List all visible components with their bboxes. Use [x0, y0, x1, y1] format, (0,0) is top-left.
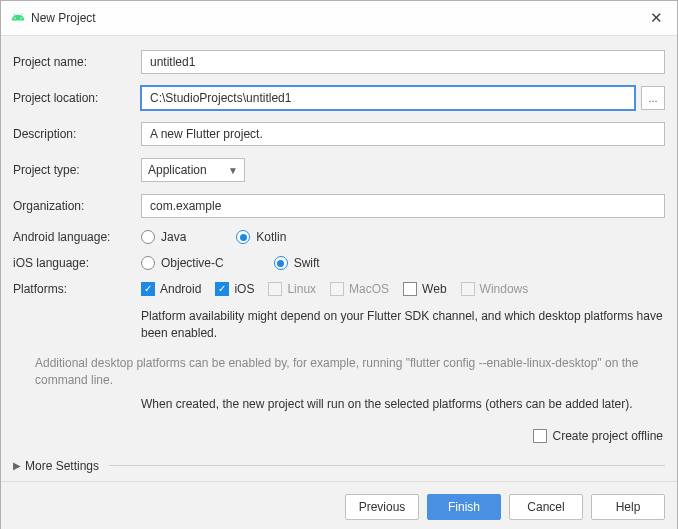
create-offline-checkbox[interactable]: Create project offline [533, 429, 663, 443]
close-button[interactable]: ✕ [645, 7, 667, 29]
checkbox-icon [141, 282, 155, 296]
radio-icon [274, 256, 288, 270]
description-input[interactable] [141, 122, 665, 146]
label-organization: Organization: [13, 199, 141, 213]
platform-checkbox-android[interactable]: Android [141, 282, 201, 296]
radio-label: Kotlin [256, 230, 286, 244]
platform-label: MacOS [349, 282, 389, 296]
titlebar: New Project ✕ [1, 1, 677, 36]
radio-label: Objective-C [161, 256, 224, 270]
label-android-language: Android language: [13, 230, 141, 244]
ellipsis-icon: ... [648, 92, 657, 104]
row-description: Description: [13, 122, 665, 146]
platform-checkbox-web[interactable]: Web [403, 282, 446, 296]
row-organization: Organization: [13, 194, 665, 218]
label-description: Description: [13, 127, 141, 141]
finish-button[interactable]: Finish [427, 494, 501, 520]
more-settings-label: More Settings [25, 459, 99, 473]
row-project-name: Project name: [13, 50, 665, 74]
android-icon [11, 10, 25, 27]
project-type-value: Application [148, 163, 207, 177]
label-platforms: Platforms: [13, 282, 141, 296]
divider [109, 465, 665, 466]
new-project-dialog: New Project ✕ Project name: Project loca… [0, 0, 678, 529]
android-language-radio-java[interactable]: Java [141, 230, 186, 244]
row-android-language: Android language: JavaKotlin [13, 230, 665, 244]
label-project-name: Project name: [13, 55, 141, 69]
checkbox-icon [215, 282, 229, 296]
radio-icon [236, 230, 250, 244]
android-language-radio-kotlin[interactable]: Kotlin [236, 230, 286, 244]
window-title: New Project [31, 11, 96, 25]
row-project-type: Project type: Application ▼ [13, 158, 665, 182]
checkbox-icon [268, 282, 282, 296]
previous-button[interactable]: Previous [345, 494, 419, 520]
platform-label: Linux [287, 282, 316, 296]
project-location-input[interactable] [141, 86, 635, 110]
organization-input[interactable] [141, 194, 665, 218]
created-note-text: When created, the new project will run o… [141, 396, 665, 413]
additional-platforms-text: Additional desktop platforms can be enab… [35, 355, 665, 390]
platform-label: Android [160, 282, 201, 296]
label-project-type: Project type: [13, 163, 141, 177]
platform-label: Web [422, 282, 446, 296]
close-icon: ✕ [650, 9, 663, 27]
form-content: Project name: Project location: ... Desc… [1, 36, 677, 481]
radio-icon [141, 256, 155, 270]
platform-checkbox-ios[interactable]: iOS [215, 282, 254, 296]
platform-checkbox-windows: Windows [461, 282, 529, 296]
row-platforms: Platforms: AndroidiOSLinuxMacOSWebWindow… [13, 282, 665, 296]
button-bar: Previous Finish Cancel Help [1, 481, 677, 529]
titlebar-left: New Project [11, 10, 96, 27]
checkbox-icon [461, 282, 475, 296]
platform-availability-text: Platform availability might depend on yo… [141, 308, 665, 343]
help-button[interactable]: Help [591, 494, 665, 520]
row-project-location: Project location: ... [13, 86, 665, 110]
project-name-input[interactable] [141, 50, 665, 74]
row-ios-language: iOS language: Objective-CSwift [13, 256, 665, 270]
checkbox-icon [533, 429, 547, 443]
browse-button[interactable]: ... [641, 86, 665, 110]
platform-checkbox-linux: Linux [268, 282, 316, 296]
chevron-down-icon: ▼ [228, 165, 238, 176]
project-type-select[interactable]: Application ▼ [141, 158, 245, 182]
checkbox-icon [403, 282, 417, 296]
platform-label: Windows [480, 282, 529, 296]
label-ios-language: iOS language: [13, 256, 141, 270]
create-offline-label: Create project offline [552, 429, 663, 443]
ios-language-radio-objective-c[interactable]: Objective-C [141, 256, 224, 270]
platform-checkbox-macos: MacOS [330, 282, 389, 296]
more-settings-toggle[interactable]: ▶ More Settings [13, 459, 665, 473]
cancel-button[interactable]: Cancel [509, 494, 583, 520]
label-project-location: Project location: [13, 91, 141, 105]
chevron-right-icon: ▶ [13, 460, 21, 471]
checkbox-icon [330, 282, 344, 296]
radio-label: Swift [294, 256, 320, 270]
radio-label: Java [161, 230, 186, 244]
ios-language-radio-swift[interactable]: Swift [274, 256, 320, 270]
platform-label: iOS [234, 282, 254, 296]
radio-icon [141, 230, 155, 244]
